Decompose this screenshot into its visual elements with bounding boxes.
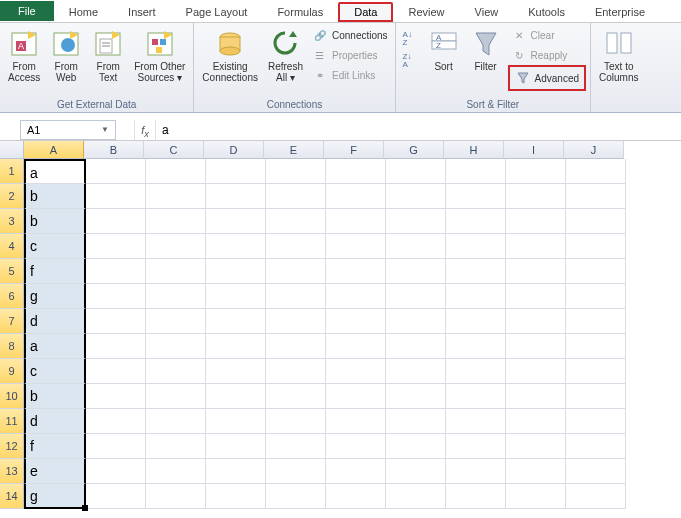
tab-file[interactable]: File: [0, 1, 54, 21]
column-header-A[interactable]: A: [24, 141, 84, 159]
fx-label[interactable]: fx: [134, 120, 156, 140]
cell-E6[interactable]: [266, 284, 326, 309]
cell-C9[interactable]: [146, 359, 206, 384]
cell-G9[interactable]: [386, 359, 446, 384]
tab-view[interactable]: View: [460, 1, 514, 22]
cell-E14[interactable]: [266, 484, 326, 509]
row-header-12[interactable]: 12: [0, 434, 24, 459]
cell-G3[interactable]: [386, 209, 446, 234]
cell-H6[interactable]: [446, 284, 506, 309]
cell-C6[interactable]: [146, 284, 206, 309]
cell-A9[interactable]: c: [24, 359, 86, 384]
row-header-7[interactable]: 7: [0, 309, 24, 334]
tab-review[interactable]: Review: [393, 1, 459, 22]
cell-H7[interactable]: [446, 309, 506, 334]
select-all-corner[interactable]: [0, 141, 24, 159]
column-header-H[interactable]: H: [444, 141, 504, 159]
cell-J13[interactable]: [566, 459, 626, 484]
cell-I13[interactable]: [506, 459, 566, 484]
column-header-J[interactable]: J: [564, 141, 624, 159]
cell-G12[interactable]: [386, 434, 446, 459]
cell-A5[interactable]: f: [24, 259, 86, 284]
cell-E7[interactable]: [266, 309, 326, 334]
cell-A11[interactable]: d: [24, 409, 86, 434]
cell-A1[interactable]: a: [24, 159, 86, 184]
cell-C11[interactable]: [146, 409, 206, 434]
refresh-all-button[interactable]: Refresh All ▾: [264, 25, 307, 83]
cell-C8[interactable]: [146, 334, 206, 359]
cell-B3[interactable]: [86, 209, 146, 234]
cell-A2[interactable]: b: [24, 184, 86, 209]
name-box-dropdown-icon[interactable]: ▼: [101, 125, 109, 134]
cell-I3[interactable]: [506, 209, 566, 234]
cell-G13[interactable]: [386, 459, 446, 484]
sort-button[interactable]: AZ Sort: [424, 25, 464, 72]
tab-data[interactable]: Data: [338, 2, 393, 22]
cell-D11[interactable]: [206, 409, 266, 434]
tab-kutools[interactable]: Kutools: [513, 1, 580, 22]
cell-H2[interactable]: [446, 184, 506, 209]
connections-button[interactable]: 🔗Connections: [309, 25, 391, 45]
row-header-8[interactable]: 8: [0, 334, 24, 359]
cell-I14[interactable]: [506, 484, 566, 509]
cell-H11[interactable]: [446, 409, 506, 434]
cell-H5[interactable]: [446, 259, 506, 284]
cell-F2[interactable]: [326, 184, 386, 209]
cell-G6[interactable]: [386, 284, 446, 309]
cell-C1[interactable]: [146, 159, 206, 184]
cell-C10[interactable]: [146, 384, 206, 409]
cell-I12[interactable]: [506, 434, 566, 459]
from-access-button[interactable]: A From Access: [4, 25, 44, 83]
cell-J11[interactable]: [566, 409, 626, 434]
cell-D3[interactable]: [206, 209, 266, 234]
cell-B8[interactable]: [86, 334, 146, 359]
cell-D12[interactable]: [206, 434, 266, 459]
cell-C12[interactable]: [146, 434, 206, 459]
cell-J9[interactable]: [566, 359, 626, 384]
advanced-button[interactable]: Advanced: [512, 68, 582, 88]
row-header-2[interactable]: 2: [0, 184, 24, 209]
cell-D6[interactable]: [206, 284, 266, 309]
column-header-E[interactable]: E: [264, 141, 324, 159]
cell-C2[interactable]: [146, 184, 206, 209]
cell-A10[interactable]: b: [24, 384, 86, 409]
cell-I9[interactable]: [506, 359, 566, 384]
cell-B9[interactable]: [86, 359, 146, 384]
cell-F7[interactable]: [326, 309, 386, 334]
cell-B6[interactable]: [86, 284, 146, 309]
cell-E3[interactable]: [266, 209, 326, 234]
cell-I6[interactable]: [506, 284, 566, 309]
cell-J14[interactable]: [566, 484, 626, 509]
cell-H4[interactable]: [446, 234, 506, 259]
cell-I1[interactable]: [506, 159, 566, 184]
cell-I8[interactable]: [506, 334, 566, 359]
cell-G11[interactable]: [386, 409, 446, 434]
cell-J6[interactable]: [566, 284, 626, 309]
from-text-button[interactable]: From Text: [88, 25, 128, 83]
cell-E1[interactable]: [266, 159, 326, 184]
cell-J7[interactable]: [566, 309, 626, 334]
cell-D14[interactable]: [206, 484, 266, 509]
cell-I2[interactable]: [506, 184, 566, 209]
cell-F14[interactable]: [326, 484, 386, 509]
column-header-C[interactable]: C: [144, 141, 204, 159]
name-box[interactable]: A1 ▼: [20, 120, 116, 140]
cell-F12[interactable]: [326, 434, 386, 459]
cell-H14[interactable]: [446, 484, 506, 509]
cell-I11[interactable]: [506, 409, 566, 434]
cell-F10[interactable]: [326, 384, 386, 409]
cell-J12[interactable]: [566, 434, 626, 459]
cell-C5[interactable]: [146, 259, 206, 284]
cell-A6[interactable]: g: [24, 284, 86, 309]
cell-I4[interactable]: [506, 234, 566, 259]
tab-pagelayout[interactable]: Page Layout: [171, 1, 263, 22]
cell-H1[interactable]: [446, 159, 506, 184]
properties-button[interactable]: ☰Properties: [309, 45, 391, 65]
cell-A12[interactable]: f: [24, 434, 86, 459]
row-header-9[interactable]: 9: [0, 359, 24, 384]
cell-F3[interactable]: [326, 209, 386, 234]
cell-D5[interactable]: [206, 259, 266, 284]
cell-A13[interactable]: e: [24, 459, 86, 484]
cell-E9[interactable]: [266, 359, 326, 384]
cell-E13[interactable]: [266, 459, 326, 484]
